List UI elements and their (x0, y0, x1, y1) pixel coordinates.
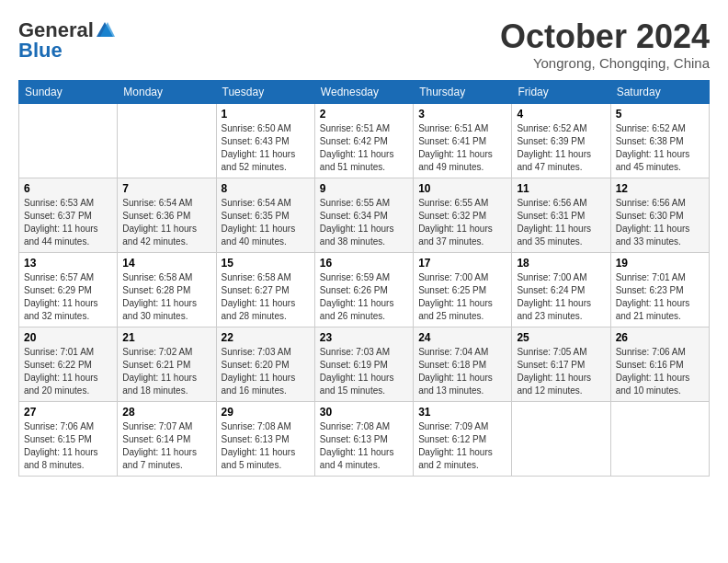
logo-icon (95, 20, 115, 40)
day-number: 23 (320, 331, 408, 344)
day-info: Sunrise: 7:02 AM Sunset: 6:21 PM Dayligh… (122, 346, 210, 397)
calendar-cell (118, 103, 216, 178)
day-info: Sunrise: 7:08 AM Sunset: 6:13 PM Dayligh… (222, 420, 310, 472)
calendar-cell: 9Sunrise: 6:55 AM Sunset: 6:34 PM Daylig… (314, 178, 413, 252)
day-info: Sunrise: 6:57 AM Sunset: 6:29 PM Dayligh… (24, 271, 112, 323)
calendar-cell: 12Sunrise: 6:56 AM Sunset: 6:30 PM Dayli… (610, 178, 709, 252)
day-number: 11 (517, 182, 605, 195)
day-info: Sunrise: 7:09 AM Sunset: 6:12 PM Dayligh… (418, 420, 506, 472)
page-header: General Blue October 2024 Yongrong, Chon… (18, 18, 710, 71)
day-info: Sunrise: 6:58 AM Sunset: 6:28 PM Dayligh… (122, 271, 210, 323)
calendar-cell: 30Sunrise: 7:08 AM Sunset: 6:13 PM Dayli… (314, 401, 413, 476)
calendar-cell: 10Sunrise: 6:55 AM Sunset: 6:32 PM Dayli… (414, 178, 512, 252)
day-info: Sunrise: 7:03 AM Sunset: 6:20 PM Dayligh… (222, 346, 310, 397)
logo: General Blue (18, 18, 116, 63)
calendar-cell: 14Sunrise: 6:58 AM Sunset: 6:28 PM Dayli… (118, 252, 216, 327)
day-info: Sunrise: 7:00 AM Sunset: 6:25 PM Dayligh… (418, 271, 506, 323)
calendar-cell: 11Sunrise: 6:56 AM Sunset: 6:31 PM Dayli… (512, 178, 610, 252)
day-number: 8 (222, 182, 310, 195)
day-number: 12 (616, 182, 704, 195)
logo-blue: Blue (18, 39, 63, 63)
calendar-cell: 6Sunrise: 6:53 AM Sunset: 6:37 PM Daylig… (19, 178, 118, 252)
calendar-cell: 15Sunrise: 6:58 AM Sunset: 6:27 PM Dayli… (216, 252, 314, 327)
location: Yongrong, Chongqing, China (500, 55, 710, 71)
day-number: 13 (24, 257, 112, 270)
day-info: Sunrise: 7:08 AM Sunset: 6:13 PM Dayligh… (320, 420, 408, 472)
day-number: 5 (616, 108, 704, 121)
day-number: 30 (320, 406, 408, 419)
calendar-cell (19, 103, 118, 178)
weekday-header: Wednesday (314, 80, 413, 103)
day-number: 29 (222, 406, 310, 419)
month-title: October 2024 (500, 18, 710, 55)
calendar-cell: 17Sunrise: 7:00 AM Sunset: 6:25 PM Dayli… (414, 252, 512, 327)
calendar-cell: 19Sunrise: 7:01 AM Sunset: 6:23 PM Dayli… (610, 252, 709, 327)
day-info: Sunrise: 7:04 AM Sunset: 6:18 PM Dayligh… (418, 346, 506, 397)
calendar-cell: 18Sunrise: 7:00 AM Sunset: 6:24 PM Dayli… (512, 252, 610, 327)
calendar-cell: 29Sunrise: 7:08 AM Sunset: 6:13 PM Dayli… (216, 401, 314, 476)
calendar-cell: 23Sunrise: 7:03 AM Sunset: 6:19 PM Dayli… (314, 327, 413, 401)
calendar-cell: 20Sunrise: 7:01 AM Sunset: 6:22 PM Dayli… (19, 327, 118, 401)
calendar-cell: 1Sunrise: 6:50 AM Sunset: 6:43 PM Daylig… (216, 103, 314, 178)
calendar-cell: 4Sunrise: 6:52 AM Sunset: 6:39 PM Daylig… (512, 103, 610, 178)
day-number: 7 (122, 182, 210, 195)
calendar-cell: 5Sunrise: 6:52 AM Sunset: 6:38 PM Daylig… (610, 103, 709, 178)
calendar-cell (610, 401, 709, 476)
title-area: October 2024 Yongrong, Chongqing, China (500, 18, 710, 71)
calendar-week-row: 6Sunrise: 6:53 AM Sunset: 6:37 PM Daylig… (19, 178, 710, 252)
calendar-cell: 28Sunrise: 7:07 AM Sunset: 6:14 PM Dayli… (118, 401, 216, 476)
calendar-cell: 7Sunrise: 6:54 AM Sunset: 6:36 PM Daylig… (118, 178, 216, 252)
calendar-cell: 13Sunrise: 6:57 AM Sunset: 6:29 PM Dayli… (19, 252, 118, 327)
day-info: Sunrise: 7:03 AM Sunset: 6:19 PM Dayligh… (320, 346, 408, 397)
day-number: 16 (320, 257, 408, 270)
weekday-header: Friday (512, 80, 610, 103)
calendar-week-row: 1Sunrise: 6:50 AM Sunset: 6:43 PM Daylig… (19, 103, 710, 178)
day-number: 17 (418, 257, 506, 270)
day-info: Sunrise: 6:56 AM Sunset: 6:31 PM Dayligh… (517, 197, 605, 248)
day-number: 3 (418, 108, 506, 121)
calendar-cell: 26Sunrise: 7:06 AM Sunset: 6:16 PM Dayli… (610, 327, 709, 401)
day-info: Sunrise: 6:52 AM Sunset: 6:38 PM Dayligh… (616, 122, 704, 174)
day-number: 9 (320, 182, 408, 195)
calendar-cell: 24Sunrise: 7:04 AM Sunset: 6:18 PM Dayli… (414, 327, 512, 401)
day-number: 27 (24, 406, 112, 419)
day-number: 31 (418, 406, 506, 419)
calendar-table: SundayMondayTuesdayWednesdayThursdayFrid… (18, 80, 710, 477)
day-info: Sunrise: 7:00 AM Sunset: 6:24 PM Dayligh… (517, 271, 605, 323)
weekday-header: Monday (118, 80, 216, 103)
day-number: 24 (418, 331, 506, 344)
day-number: 6 (24, 182, 112, 195)
calendar-week-row: 13Sunrise: 6:57 AM Sunset: 6:29 PM Dayli… (19, 252, 710, 327)
day-info: Sunrise: 6:53 AM Sunset: 6:37 PM Dayligh… (24, 197, 112, 248)
day-number: 25 (517, 331, 605, 344)
calendar-cell: 8Sunrise: 6:54 AM Sunset: 6:35 PM Daylig… (216, 178, 314, 252)
day-info: Sunrise: 7:06 AM Sunset: 6:15 PM Dayligh… (24, 420, 112, 472)
day-number: 28 (122, 406, 210, 419)
day-info: Sunrise: 6:51 AM Sunset: 6:41 PM Dayligh… (418, 122, 506, 174)
day-info: Sunrise: 6:51 AM Sunset: 6:42 PM Dayligh… (320, 122, 408, 174)
calendar-cell: 31Sunrise: 7:09 AM Sunset: 6:12 PM Dayli… (414, 401, 512, 476)
day-number: 14 (122, 257, 210, 270)
weekday-header: Tuesday (216, 80, 314, 103)
day-info: Sunrise: 6:54 AM Sunset: 6:36 PM Dayligh… (122, 197, 210, 248)
calendar-cell: 27Sunrise: 7:06 AM Sunset: 6:15 PM Dayli… (19, 401, 118, 476)
calendar-week-row: 20Sunrise: 7:01 AM Sunset: 6:22 PM Dayli… (19, 327, 710, 401)
day-info: Sunrise: 6:50 AM Sunset: 6:43 PM Dayligh… (222, 122, 310, 174)
day-number: 1 (222, 108, 310, 121)
day-info: Sunrise: 7:06 AM Sunset: 6:16 PM Dayligh… (616, 346, 704, 397)
day-info: Sunrise: 7:01 AM Sunset: 6:22 PM Dayligh… (24, 346, 112, 397)
day-info: Sunrise: 7:05 AM Sunset: 6:17 PM Dayligh… (517, 346, 605, 397)
day-number: 2 (320, 108, 408, 121)
day-info: Sunrise: 6:55 AM Sunset: 6:32 PM Dayligh… (418, 197, 506, 248)
day-number: 20 (24, 331, 112, 344)
day-info: Sunrise: 6:55 AM Sunset: 6:34 PM Dayligh… (320, 197, 408, 248)
calendar-cell: 2Sunrise: 6:51 AM Sunset: 6:42 PM Daylig… (314, 103, 413, 178)
calendar-cell: 25Sunrise: 7:05 AM Sunset: 6:17 PM Dayli… (512, 327, 610, 401)
day-number: 4 (517, 108, 605, 121)
day-number: 22 (222, 331, 310, 344)
weekday-header: Thursday (414, 80, 512, 103)
day-number: 10 (418, 182, 506, 195)
weekday-header: Sunday (19, 80, 118, 103)
day-number: 19 (616, 257, 704, 270)
day-info: Sunrise: 7:07 AM Sunset: 6:14 PM Dayligh… (122, 420, 210, 472)
